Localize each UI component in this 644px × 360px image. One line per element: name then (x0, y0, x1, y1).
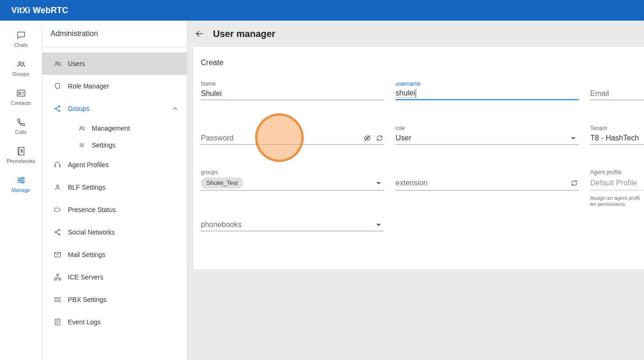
gear-icon (78, 141, 86, 149)
contact-card-icon (16, 88, 26, 98)
page-header: User manager (187, 21, 644, 47)
sidebar-item-label: Groups (68, 105, 89, 112)
tune-icon (16, 175, 26, 185)
rail-item-label: Groups (12, 71, 29, 77)
dropdown-arrow-icon[interactable] (568, 132, 579, 144)
sidebar-item-agent-profiles[interactable]: Agent Profiles (42, 154, 187, 176)
management-people-icon (78, 125, 86, 132)
sidebar-item-label: BLF Settings (68, 184, 105, 191)
role-value: User (395, 134, 411, 142)
app-bar: VitXi WebRTC (0, 0, 644, 21)
mail-icon (53, 250, 62, 259)
extension-refresh-icon[interactable] (570, 178, 579, 188)
password-label (201, 125, 384, 132)
label-tag-icon (53, 206, 62, 214)
email-input[interactable]: Email (590, 88, 644, 100)
agent-profile-select[interactable]: Default Profile (590, 176, 644, 191)
sidebar-item-label: Settings (92, 141, 116, 149)
generate-password-refresh-icon[interactable] (375, 133, 384, 143)
sidebar-item-label: Social Networks (68, 228, 115, 236)
shield-icon (53, 82, 62, 90)
text-cursor (416, 89, 417, 98)
rail-item-phonebooks[interactable]: Phonebooks (0, 140, 42, 169)
email-label (590, 81, 644, 88)
rail-item-label: Contacts (11, 100, 31, 106)
tenant-select[interactable]: T8 - HashTech (590, 132, 644, 145)
sidebar-item-mail-settings[interactable]: Mail Settings (42, 243, 187, 266)
sidebar-item-blf-settings[interactable]: BLF Settings (42, 176, 187, 198)
extension-placeholder: extension (395, 179, 428, 187)
agent-profile-helper: Assign an agent profil ter permissions. (590, 195, 644, 207)
name-input[interactable]: Shulei (201, 88, 384, 100)
password-input[interactable]: Password (201, 132, 384, 145)
role-field: role User (395, 125, 579, 145)
role-label: role (395, 125, 579, 132)
headset-icon (53, 161, 62, 169)
admin-sidebar: Administration Users Role Manager Groups… (42, 21, 187, 360)
name-value: Shulei (201, 89, 221, 98)
person-icon (53, 183, 62, 191)
sidebar-item-label: Mail Settings (68, 251, 105, 258)
sidebar-header: Administration (42, 21, 187, 47)
rail-item-label: Chats (14, 42, 28, 48)
chevron-up-icon[interactable] (171, 104, 179, 113)
tenant-value: T8 - HashTech (590, 134, 639, 142)
back-arrow-icon (194, 29, 205, 39)
dropdown-arrow-icon[interactable] (373, 219, 384, 230)
password-field: Password (201, 125, 384, 145)
sidebar-item-label: PBX Settings (68, 296, 107, 303)
network-hierarchy-icon (53, 273, 62, 281)
sidebar-item-groups[interactable]: Groups (42, 97, 187, 120)
phonebooks-placeholder: phonebooks (201, 220, 242, 229)
email-field: Email (590, 81, 644, 100)
sidebar-item-ice-servers[interactable]: ICE Servers (42, 266, 187, 288)
role-select[interactable]: User (395, 132, 579, 145)
back-button[interactable] (190, 24, 209, 43)
rail-item-contacts[interactable]: Contacts (0, 82, 42, 111)
admin-menu: Users Role Manager Groups Management Set… (42, 52, 187, 333)
sidebar-item-label: Management (92, 125, 130, 132)
username-field: username shulei (395, 81, 579, 100)
name-label: Name (201, 81, 384, 88)
sidebar-title: Administration (51, 29, 98, 38)
rail-item-chats[interactable]: Chats (0, 24, 42, 53)
groups-select[interactable]: Shulei_Test (201, 176, 384, 191)
username-value: shulei (395, 89, 415, 98)
group-chip[interactable]: Shulei_Test (201, 177, 243, 189)
sidebar-item-users[interactable]: Users (42, 52, 187, 75)
extension-label (395, 169, 579, 176)
rail-item-calls[interactable]: Calls (0, 111, 42, 140)
page-title: User manager (213, 29, 275, 39)
dropdown-arrow-icon[interactable] (373, 177, 384, 189)
rail-item-label: Calls (15, 129, 26, 135)
sidebar-item-presence-status[interactable]: Presence Status (42, 198, 187, 221)
extension-field: extension (395, 169, 579, 191)
tenant-label: Tenant (590, 125, 644, 132)
sidebar-item-role-manager[interactable]: Role Manager (42, 75, 187, 97)
main-content: User manager Create Name Shulei username… (187, 21, 644, 360)
sidebar-item-group-settings[interactable]: Settings (42, 137, 187, 154)
sidebar-item-label: Event Logs (68, 318, 101, 326)
username-input[interactable]: shulei (395, 88, 579, 100)
rail-item-label: Phonebooks (7, 158, 35, 164)
agent-profile-field: Agent profile Default Profile Assign an … (590, 169, 644, 207)
rail-item-manage[interactable]: Manage (0, 169, 42, 198)
extension-input[interactable]: extension (395, 176, 579, 191)
groups-field: groups Shulei_Test (201, 169, 384, 191)
rail-item-groups[interactable]: Groups (0, 53, 42, 82)
phonebooks-label (201, 212, 384, 219)
sidebar-item-label: Role Manager (68, 82, 109, 90)
share-icon (53, 228, 62, 236)
sidebar-item-event-logs[interactable]: Event Logs (42, 311, 187, 333)
sidebar-item-label: Agent Profiles (68, 161, 109, 169)
sidebar-item-social-networks[interactable]: Social Networks (42, 221, 187, 243)
phonebook-icon (16, 146, 26, 156)
sidebar-item-pbx-settings[interactable]: PBX Settings (42, 288, 187, 311)
chat-icon (16, 30, 26, 40)
sidebar-item-label: Presence Status (68, 206, 116, 213)
helper-line-1: Assign an agent profil (590, 195, 644, 201)
sidebar-item-management[interactable]: Management (42, 120, 187, 137)
agent-profile-label: Agent profile (590, 169, 644, 176)
visibility-off-icon[interactable] (363, 133, 372, 143)
phonebooks-select[interactable]: phonebooks (201, 219, 384, 231)
